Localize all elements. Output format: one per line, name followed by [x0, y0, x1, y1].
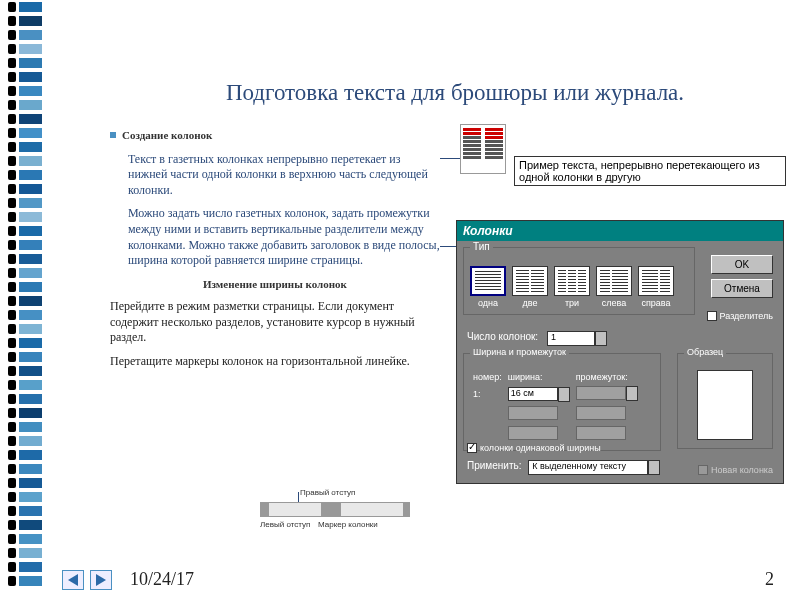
paragraph-4: Перетащите маркеры колонок на горизонтал… [110, 354, 440, 370]
wg-empty-4 [576, 426, 626, 440]
spiral-binding [0, 0, 48, 600]
col-option-одна[interactable]: одна [470, 266, 506, 308]
separator-label: Разделитель [720, 311, 773, 321]
col-option-две[interactable]: две [512, 266, 548, 308]
wg-empty-3 [508, 426, 558, 440]
column-type-options: однадветрислевасправа [470, 266, 688, 308]
sample-preview [697, 370, 753, 440]
heading-creating-columns: Создание колонок [122, 129, 212, 141]
newcol-label: Новая колонка [711, 465, 773, 475]
body-text: Создание колонок Текст в газетных колонк… [110, 128, 440, 377]
apply-row: Применить: К выделенному тексту [467, 460, 660, 475]
dialog-title: Колонки [457, 221, 783, 241]
num-columns-label: Число колонок: [467, 331, 538, 342]
separator-checkbox[interactable]: Разделитель [707, 311, 773, 321]
example-columns-graphic [460, 124, 506, 174]
apply-dropdown-icon[interactable] [648, 460, 660, 475]
num-columns-row: Число колонок: 1 [467, 331, 607, 346]
num-columns-spinner[interactable] [595, 331, 607, 346]
group-wg-legend: Ширина и промежуток [470, 347, 569, 357]
col-option-справа[interactable]: справа [638, 266, 674, 308]
equal-width-label: колонки одинаковой ширины [480, 443, 601, 453]
ruler-label-right-indent: Правый отступ [300, 488, 355, 497]
col-option-слева[interactable]: слева [596, 266, 632, 308]
width-gap-table: номер:ширина:промежуток: 1:16 см [470, 370, 641, 444]
wg-empty-2 [576, 406, 626, 420]
connector-line-1 [440, 158, 460, 159]
wg-width-spinner[interactable] [558, 387, 570, 402]
wg-header-width: ширина: [505, 370, 573, 384]
paragraph-3: Перейдите в режим разметки страницы. Есл… [110, 299, 440, 346]
triangle-right-icon [96, 574, 106, 586]
apply-select[interactable]: К выделенному тексту [528, 460, 648, 475]
group-type: Тип однадветрислевасправа [463, 247, 695, 315]
slide-content: Подготовка текста для брошюры или журнал… [60, 40, 780, 580]
wg-header-gap: промежуток: [573, 370, 641, 384]
num-columns-input[interactable]: 1 [547, 331, 595, 346]
footer-page-number: 2 [765, 569, 774, 590]
newcol-checkbox: Новая колонка [698, 465, 773, 475]
example-caption: Пример текста, непрерывно перетекающего … [514, 156, 786, 186]
paragraph-2: Можно задать число газетных колонок, зад… [110, 206, 440, 268]
equal-width-checkbox[interactable]: колонки одинаковой ширины [467, 443, 601, 453]
wg-gap-input[interactable] [576, 386, 626, 400]
group-sample-legend: Образец [684, 347, 726, 357]
columns-dialog: Колонки Тип однадветрислевасправа OK Отм… [456, 220, 784, 484]
prev-slide-button[interactable] [62, 570, 84, 590]
next-slide-button[interactable] [90, 570, 112, 590]
ruler-label-col-marker: Маркер колонки [318, 520, 378, 529]
group-width-gap: Ширина и промежуток номер:ширина:промежу… [463, 353, 661, 451]
paragraph-1: Текст в газетных колонках непрерывно пер… [110, 152, 440, 199]
wg-width-input[interactable]: 16 см [508, 387, 558, 401]
ok-button[interactable]: OK [711, 255, 773, 274]
group-type-legend: Тип [470, 241, 493, 252]
wg-empty-1 [508, 406, 558, 420]
cancel-button[interactable]: Отмена [711, 279, 773, 298]
apply-label: Применить: [467, 460, 521, 471]
page-title: Подготовка текста для брошюры или журнал… [130, 80, 780, 106]
group-sample: Образец [677, 353, 773, 449]
heading-change-width: Изменение ширины колонок [110, 277, 440, 291]
col-option-три[interactable]: три [554, 266, 590, 308]
wg-header-num: номер: [470, 370, 505, 384]
ruler-label-left-indent: Левый отступ [260, 520, 310, 529]
ruler-bar [260, 502, 410, 517]
footer-date: 10/24/17 [130, 569, 194, 590]
bullet-icon [110, 132, 116, 138]
ruler-graphic: Правый отступ Левый отступ Маркер колонк… [260, 490, 410, 534]
triangle-left-icon [68, 574, 78, 586]
wg-row1-num: 1: [470, 384, 505, 404]
wg-gap-spinner[interactable] [626, 386, 638, 401]
